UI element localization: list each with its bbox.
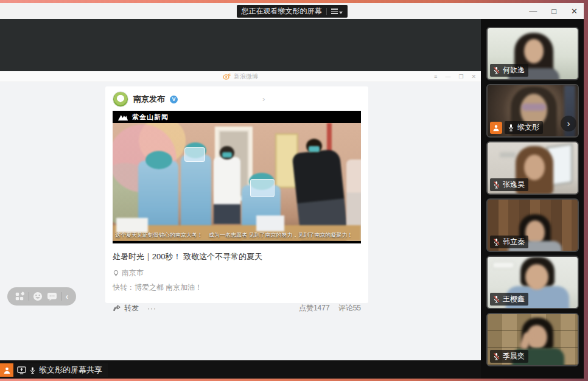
- scene-medic-2-faceshield: [184, 147, 205, 162]
- comments-count[interactable]: 评论55: [338, 303, 361, 313]
- repost-label: 转发: [124, 303, 139, 313]
- repost-button[interactable]: 转发: [113, 303, 139, 313]
- weibo-minimize-button[interactable]: —: [445, 74, 450, 80]
- post-action-bar: 转发 ··· 点赞1477 评论55: [105, 298, 368, 318]
- scene-man-white-shirt: [214, 157, 240, 224]
- verified-badge-icon: V: [170, 96, 178, 103]
- video-subtitles: 这个夏天见证刻骨铭心的南京大考！ 成为一名志愿者 见到了南京的努力，见到了南京的…: [115, 231, 360, 239]
- banner-menu-icon[interactable]: [331, 9, 343, 14]
- weibo-post-card: 南京发布 V › 紫金山新闻: [105, 86, 368, 303]
- emoji-icon[interactable]: [33, 292, 43, 301]
- participant-tile-5[interactable]: 王樱鑫: [486, 256, 579, 309]
- screen-share-icon: [17, 366, 26, 374]
- participant-tile-3[interactable]: 张逸昊: [486, 141, 579, 195]
- weibo-logo-icon: [223, 73, 231, 80]
- caret-down-icon: [339, 12, 343, 14]
- subtitle-right: 成为一名志愿者 见到了南京的努力，见到了南京的凝聚力！: [209, 231, 353, 239]
- toolbar-divider: [29, 292, 29, 301]
- floating-toolbar: ‹: [7, 287, 76, 306]
- participant-name-tag: 何歆逸: [490, 64, 528, 77]
- sharer-badge-icon: [490, 122, 502, 134]
- participant-name: 韩立秦: [503, 237, 525, 247]
- post-header: 南京发布 V ›: [105, 86, 368, 111]
- mic-on-icon: [507, 124, 515, 131]
- likes-count[interactable]: 点赞1477: [299, 303, 330, 313]
- banner-divider: [326, 8, 327, 15]
- weibo-close-button[interactable]: ✕: [471, 74, 476, 80]
- collapse-toolbar-chevron[interactable]: ‹: [66, 292, 69, 301]
- participant-name: 季晨奕: [503, 351, 525, 362]
- participant-name: 何歆逸: [503, 65, 525, 75]
- weibo-restore-button[interactable]: ❐: [458, 74, 463, 80]
- weibo-window-controls: ≡ — ❐ ✕: [434, 71, 476, 82]
- mic-on-icon: [29, 366, 36, 374]
- participant-name-tag: 张逸昊: [490, 178, 528, 191]
- desktop-wallpaper: 您正在观看缑文彤的屏幕 — □ ✕: [0, 0, 588, 381]
- mic-muted-icon: [492, 352, 500, 360]
- zijinshan-logo-icon: [117, 113, 128, 121]
- mic-muted-icon: [492, 181, 500, 189]
- weibo-client-window: 新浪微博 ≡ — ❐ ✕ 南京发布: [0, 71, 481, 360]
- video-letterbox: [113, 241, 361, 243]
- close-button[interactable]: ✕: [571, 7, 578, 15]
- screen-share-indicator: 缑文彤的屏幕共享: [0, 363, 108, 377]
- post-title: 处暑时光｜200秒！ 致敬这个不寻常的夏天: [105, 243, 368, 262]
- participant-name-tag: 王樱鑫: [490, 293, 528, 306]
- chat-bubble-icon[interactable]: [47, 292, 57, 301]
- post-header-chevron-icon[interactable]: ›: [262, 94, 265, 103]
- expand-panel-button[interactable]: ›: [561, 116, 576, 131]
- video-brand-name: 紫金山新闻: [132, 113, 169, 122]
- host-badge-icon: [0, 363, 13, 377]
- weibo-content-area: 南京发布 V › 紫金山新闻: [0, 82, 481, 360]
- weibo-settings-button[interactable]: ≡: [434, 74, 437, 80]
- participant-name-tag: 季晨奕: [490, 350, 528, 363]
- post-location-text: 南京市: [122, 268, 144, 278]
- participant-name: 张逸昊: [503, 180, 525, 190]
- author-avatar[interactable]: [113, 91, 128, 107]
- maximize-button[interactable]: □: [551, 7, 556, 15]
- apps-grid-icon[interactable]: [15, 292, 24, 301]
- post-topic[interactable]: 快转：博爱之都 南京加油！: [105, 278, 368, 293]
- meeting-titlebar: 您正在观看缑文彤的屏幕 — □ ✕: [0, 3, 584, 19]
- video-frame: 这个夏天见证刻骨铭心的南京大考！ 成为一名志愿者 见到了南京的努力，见到了南京的…: [113, 123, 361, 241]
- watching-banner-text: 您正在观看缑文彤的屏幕: [242, 6, 322, 16]
- scene-box-left: [116, 218, 148, 232]
- watching-banner[interactable]: 您正在观看缑文彤的屏幕: [237, 5, 348, 18]
- scene-man-white-mask: [222, 152, 232, 158]
- post-location[interactable]: 南京市: [105, 262, 368, 278]
- participant-name: 缑文彤: [517, 122, 539, 133]
- participant-tile-2[interactable]: 缑文彤 ›: [486, 84, 579, 138]
- repost-arrow-icon: [113, 305, 121, 312]
- scene-man-black-mask: [309, 146, 320, 152]
- scene-box-right: [256, 215, 284, 231]
- author-name[interactable]: 南京发布: [133, 94, 165, 105]
- toolbar-divider-2: [61, 292, 61, 301]
- share-indicator-text: 缑文彤的屏幕共享: [39, 365, 102, 376]
- participant-tile-6[interactable]: 季晨奕: [486, 313, 579, 366]
- scene-medic-3-faceshield: [250, 179, 275, 197]
- location-pin-icon: [113, 270, 119, 276]
- subtitle-left: 这个夏天见证刻骨铭心的南京大考！: [115, 231, 203, 239]
- mic-muted-icon: [492, 66, 500, 74]
- participants-panel: 何歆逸 缑文彤 ›: [481, 19, 584, 379]
- minimize-button[interactable]: —: [529, 7, 537, 15]
- hamburger-icon: [331, 9, 338, 14]
- window-controls: — □ ✕: [529, 3, 578, 19]
- scene-medic-1-cap: [145, 151, 172, 169]
- participant-tile-1[interactable]: 何歆逸: [486, 27, 579, 80]
- weibo-titlebar: 新浪微博 ≡ — ❐ ✕: [0, 71, 481, 82]
- meeting-window: 您正在观看缑文彤的屏幕 — □ ✕: [0, 3, 584, 379]
- participant-tile-4[interactable]: 韩立秦: [486, 198, 579, 252]
- mic-muted-icon: [492, 238, 500, 246]
- more-actions-button[interactable]: ···: [147, 304, 156, 313]
- participant-name-tag: 韩立秦: [490, 236, 528, 248]
- mic-muted-icon: [492, 295, 500, 303]
- participant-name-tag: 缑文彤: [505, 121, 543, 134]
- weibo-app-title: 新浪微博: [234, 72, 258, 81]
- shared-screen-stage: 新浪微博 ≡ — ❐ ✕ 南京发布: [0, 19, 481, 379]
- post-video-player[interactable]: 紫金山新闻: [113, 111, 361, 243]
- video-brand-bar: 紫金山新闻: [113, 111, 361, 123]
- participant-name: 王樱鑫: [503, 294, 525, 304]
